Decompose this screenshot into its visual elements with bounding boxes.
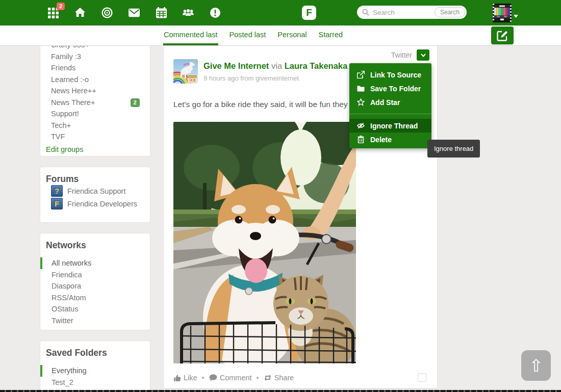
post-via-author-link[interactable]: Laura Takenaka: [285, 61, 348, 70]
menu-item-save-to-folder[interactable]: Save To Folder: [349, 82, 431, 95]
comment-bubble-icon: [209, 374, 217, 381]
top-navbar: 2 F Search: [0, 0, 561, 25]
post-action-bar: Like • Comment • Share: [173, 370, 427, 385]
pencil-square-icon: [497, 30, 508, 41]
search-button[interactable]: Search: [435, 7, 465, 17]
edit-groups-link[interactable]: Edit groups: [40, 144, 150, 155]
tab-posted-last[interactable]: Posted last: [229, 25, 267, 45]
sidebar-group-item[interactable]: Family :3: [40, 51, 150, 63]
action-separator: •: [257, 374, 259, 382]
search-bar: Search: [357, 6, 467, 19]
share-button[interactable]: Share: [264, 374, 294, 382]
action-separator: •: [202, 374, 205, 382]
test-pattern-avatar-image: [493, 4, 512, 22]
sidebar-group-item[interactable]: Support!: [40, 108, 150, 120]
svg-text:F: F: [55, 199, 59, 208]
post-timestamp: 9 hours ago from givemeinternet: [203, 74, 347, 82]
svg-text:?: ?: [55, 187, 59, 195]
tab-starred[interactable]: Starred: [318, 25, 344, 45]
thumbs-up-icon: [173, 374, 181, 382]
forum-support-icon: ?: [51, 185, 63, 197]
folder-item-everything[interactable]: Everything: [40, 365, 150, 377]
menu-item-link-to-source[interactable]: Link To Source: [349, 68, 431, 82]
contacts-group-icon[interactable]: [183, 7, 194, 18]
post-author-link[interactable]: Give Me Internet: [203, 61, 269, 70]
trash-icon: [357, 136, 365, 143]
search-icon: [362, 9, 369, 16]
scroll-to-top-button[interactable]: ⇧: [521, 350, 551, 381]
dog-and-cat-in-bike-basket-photo: [173, 122, 356, 363]
menu-item-delete[interactable]: Delete: [349, 133, 431, 146]
post-menu-toggle-button[interactable]: [417, 49, 429, 61]
post-card: Give Me Internet via Laura Takenaka 9 ho…: [163, 46, 438, 388]
comment-button[interactable]: Comment: [209, 374, 252, 382]
network-filter-all[interactable]: All networks: [40, 257, 150, 269]
next-post-image-edge: [0, 390, 561, 392]
post-byline: Give Me Internet via Laura Takenaka: [203, 61, 347, 71]
network-filter-rss[interactable]: RSS/Atom: [40, 292, 150, 304]
like-button[interactable]: Like: [173, 374, 197, 382]
search-input[interactable]: [373, 9, 435, 16]
forum-developers-icon: F: [51, 198, 63, 210]
notification-badge: 2: [57, 3, 65, 10]
retweet-icon: [264, 374, 272, 381]
post-network-label: Twitter: [391, 49, 412, 61]
network-filter-twitter[interactable]: Twitter: [40, 315, 150, 327]
sidebar-group-item[interactable]: Tech+: [40, 120, 150, 132]
post-context-menu: Link To Source Save To Folder Add Star I…: [349, 63, 431, 148]
friendica-logo[interactable]: F: [302, 6, 316, 20]
post-header: Give Me Internet via Laura Takenaka 9 ho…: [164, 46, 437, 84]
sidebar-group-item[interactable]: Friends: [40, 62, 150, 74]
user-avatar[interactable]: [493, 4, 512, 22]
events-calendar-icon[interactable]: [156, 7, 167, 18]
forums-panel: Forums ? Friendica Support F Friendica D…: [40, 167, 150, 223]
home-icon[interactable]: [74, 7, 86, 18]
chevron-down-icon: [421, 54, 426, 57]
folder-item-test2[interactable]: Test_2: [40, 377, 150, 388]
saved-folders-panel: Saved Folders Everything Test_2: [40, 341, 150, 392]
up-arrow-icon: ⇧: [529, 356, 543, 376]
folder-icon: [357, 85, 365, 92]
compose-post-button[interactable]: [491, 27, 514, 44]
apps-menu-icon[interactable]: 2: [47, 7, 59, 18]
unread-count-badge: 2: [131, 98, 140, 107]
post-author-avatar[interactable]: [173, 59, 198, 84]
network-filter-diaspora[interactable]: Diaspora: [40, 280, 150, 292]
forum-item-friendica-developers[interactable]: F Friendica Developers: [40, 197, 150, 210]
unicorn-avatar-image: [173, 59, 198, 84]
networks-title: Networks: [40, 233, 150, 251]
sidebar-group-item[interactable]: Learned :-o: [40, 74, 150, 86]
network-filter-friendica[interactable]: Friendica: [40, 269, 150, 281]
networks-panel: Networks All networks Friendica Diaspora…: [40, 233, 150, 330]
menu-item-add-star[interactable]: Add Star: [349, 95, 431, 109]
stream-tabbar: Commented last Posted last Personal Star…: [0, 25, 561, 46]
eye-slash-icon: [357, 122, 365, 129]
sidebar-group-item[interactable]: News Here++: [40, 85, 150, 97]
star-icon: [357, 98, 365, 106]
community-bullseye-icon[interactable]: [101, 7, 113, 18]
saved-folders-title: Saved Folders: [40, 341, 150, 358]
post-photo[interactable]: [173, 122, 356, 363]
sidebar-group-item[interactable]: TVF: [40, 131, 150, 143]
tab-commented-last[interactable]: Commented last: [163, 25, 218, 45]
forums-title: Forums: [40, 167, 150, 185]
menu-divider: [349, 114, 431, 114]
ignore-thread-tooltip: Ignore thread: [427, 140, 480, 158]
user-menu-caret-icon[interactable]: [514, 11, 518, 20]
forum-item-friendica-support[interactable]: ? Friendica Support: [40, 185, 150, 197]
notifications-alert-icon[interactable]: [210, 7, 221, 18]
messages-envelope-icon[interactable]: [129, 7, 140, 18]
menu-item-ignore-thread[interactable]: Ignore Thread: [349, 119, 431, 133]
post-select-checkbox[interactable]: [418, 373, 426, 382]
sidebar-group-item[interactable]: News There+2: [40, 97, 150, 109]
network-filter-ostatus[interactable]: OStatus: [40, 303, 150, 315]
external-link-icon: [357, 71, 365, 79]
tab-personal[interactable]: Personal: [277, 25, 307, 45]
